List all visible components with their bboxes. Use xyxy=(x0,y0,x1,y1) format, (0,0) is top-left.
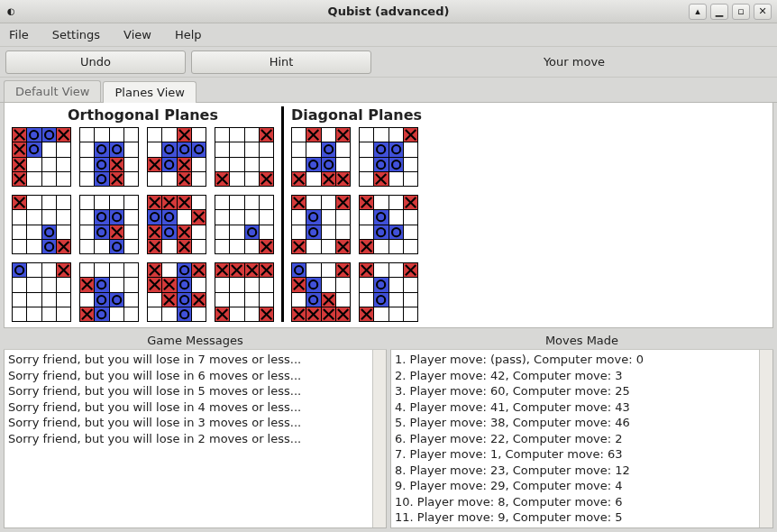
board-cell[interactable] xyxy=(260,158,273,171)
board-cell[interactable] xyxy=(306,307,320,321)
board-cell[interactable] xyxy=(404,128,417,142)
board-cell[interactable] xyxy=(230,225,243,239)
board-cell[interactable] xyxy=(245,172,259,186)
board-cell[interactable] xyxy=(42,142,56,156)
board-cell[interactable] xyxy=(192,307,206,321)
board-cell[interactable] xyxy=(336,240,350,253)
board-cell[interactable] xyxy=(148,196,161,209)
board-cell[interactable] xyxy=(260,240,273,253)
board-cell[interactable] xyxy=(260,278,273,291)
board-cell[interactable] xyxy=(13,263,26,277)
board-cell[interactable] xyxy=(95,278,108,291)
board-cell[interactable] xyxy=(245,225,259,239)
board-cell[interactable] xyxy=(215,210,229,224)
board-cell[interactable] xyxy=(110,278,123,291)
board-cell[interactable] xyxy=(230,196,243,209)
board-cell[interactable] xyxy=(230,158,243,171)
board-cell[interactable] xyxy=(215,278,229,291)
board-cell[interactable] xyxy=(192,210,206,224)
menu-file[interactable]: File xyxy=(5,25,32,44)
board-cell[interactable] xyxy=(404,240,417,253)
board-cell[interactable] xyxy=(95,196,108,209)
board-cell[interactable] xyxy=(124,172,138,186)
board-cell[interactable] xyxy=(322,293,335,307)
board-cell[interactable] xyxy=(162,240,176,253)
board-cell[interactable] xyxy=(322,240,335,253)
board-cell[interactable] xyxy=(162,142,176,156)
board-cell[interactable] xyxy=(360,128,373,142)
board-cell[interactable] xyxy=(124,293,138,307)
board-cell[interactable] xyxy=(260,225,273,239)
board-cell[interactable] xyxy=(57,263,70,277)
board-cell[interactable] xyxy=(336,196,350,209)
undo-button[interactable]: Undo xyxy=(5,50,186,74)
board-cell[interactable] xyxy=(404,278,417,291)
board-cell[interactable] xyxy=(162,172,176,186)
board-cell[interactable] xyxy=(389,210,403,224)
board-cell[interactable] xyxy=(57,293,70,307)
board-cell[interactable] xyxy=(124,128,138,142)
board-cell[interactable] xyxy=(95,128,108,142)
board-cell[interactable] xyxy=(57,307,70,321)
board-cell[interactable] xyxy=(374,278,388,291)
board-cell[interactable] xyxy=(27,128,41,142)
board-cell[interactable] xyxy=(322,158,335,171)
board-cell[interactable] xyxy=(292,278,306,291)
board-cell[interactable] xyxy=(42,278,56,291)
board-cell[interactable] xyxy=(360,278,373,291)
board-cell[interactable] xyxy=(260,128,273,142)
board-cell[interactable] xyxy=(162,307,176,321)
board-cell[interactable] xyxy=(404,142,417,156)
board-cell[interactable] xyxy=(124,196,138,209)
board-cell[interactable] xyxy=(215,172,229,186)
board-cell[interactable] xyxy=(389,263,403,277)
board-cell[interactable] xyxy=(230,142,243,156)
board-cell[interactable] xyxy=(95,142,108,156)
board-cell[interactable] xyxy=(404,263,417,277)
board-cell[interactable] xyxy=(110,142,123,156)
board-cell[interactable] xyxy=(374,196,388,209)
board-cell[interactable] xyxy=(260,293,273,307)
board-cell[interactable] xyxy=(124,142,138,156)
board-cell[interactable] xyxy=(322,225,335,239)
board-cell[interactable] xyxy=(192,128,206,142)
board-cell[interactable] xyxy=(178,307,191,321)
board-cell[interactable] xyxy=(336,158,350,171)
board-cell[interactable] xyxy=(42,158,56,171)
board-cell[interactable] xyxy=(57,158,70,171)
board-cell[interactable] xyxy=(292,128,306,142)
board-cell[interactable] xyxy=(292,225,306,239)
board-cell[interactable] xyxy=(95,210,108,224)
board-cell[interactable] xyxy=(148,128,161,142)
board-cell[interactable] xyxy=(42,307,56,321)
board-cell[interactable] xyxy=(162,278,176,291)
board-cell[interactable] xyxy=(192,240,206,253)
board-cell[interactable] xyxy=(13,293,26,307)
board-cell[interactable] xyxy=(192,293,206,307)
board-cell[interactable] xyxy=(95,293,108,307)
board-cell[interactable] xyxy=(178,196,191,209)
board-cell[interactable] xyxy=(230,172,243,186)
board-cell[interactable] xyxy=(389,128,403,142)
board-cell[interactable] xyxy=(322,307,335,321)
board-cell[interactable] xyxy=(110,158,123,171)
board-cell[interactable] xyxy=(13,142,26,156)
board-cell[interactable] xyxy=(245,158,259,171)
board-cell[interactable] xyxy=(389,307,403,321)
board-cell[interactable] xyxy=(404,172,417,186)
board-cell[interactable] xyxy=(80,142,94,156)
board-cell[interactable] xyxy=(389,240,403,253)
board-cell[interactable] xyxy=(162,158,176,171)
board-cell[interactable] xyxy=(215,225,229,239)
board-cell[interactable] xyxy=(13,278,26,291)
board-cell[interactable] xyxy=(42,225,56,239)
board-cell[interactable] xyxy=(57,240,70,253)
board-cell[interactable] xyxy=(57,128,70,142)
board-cell[interactable] xyxy=(148,158,161,171)
board-cell[interactable] xyxy=(110,293,123,307)
board-cell[interactable] xyxy=(374,172,388,186)
board-cell[interactable] xyxy=(322,142,335,156)
board-cell[interactable] xyxy=(162,225,176,239)
board-cell[interactable] xyxy=(292,307,306,321)
board-cell[interactable] xyxy=(27,142,41,156)
